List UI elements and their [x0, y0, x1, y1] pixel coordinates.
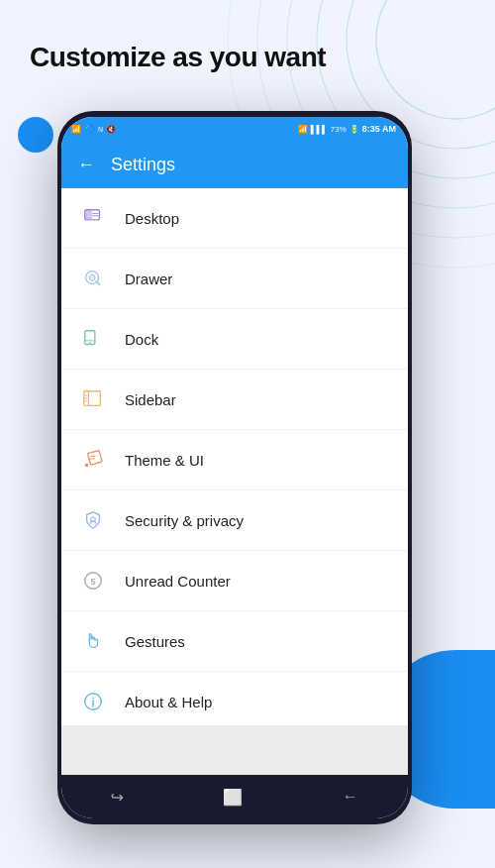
dock-label: Dock	[125, 331, 158, 348]
security-label: Security & privacy	[125, 512, 244, 529]
page-title: Customize as you want	[30, 42, 326, 73]
svg-line-13	[96, 281, 99, 284]
theme-label: Theme & UI	[125, 452, 204, 469]
drawer-icon	[77, 263, 109, 294]
svg-point-16	[89, 342, 91, 344]
sidebar-label: Sidebar	[125, 391, 176, 408]
settings-item-gestures[interactable]: Gestures	[61, 611, 408, 672]
status-wifi: 📶	[298, 125, 308, 134]
svg-point-12	[91, 276, 93, 278]
svg-text:5: 5	[90, 577, 95, 587]
gestures-label: Gestures	[125, 633, 185, 650]
status-battery-pct: 73%	[331, 125, 346, 134]
settings-item-drawer[interactable]: Drawer	[61, 249, 408, 309]
app-bar-title: Settings	[111, 155, 175, 175]
status-signal: ▌▌▌	[311, 125, 328, 134]
drawer-label: Drawer	[125, 271, 172, 287]
unread-label: Unread Counter	[125, 573, 231, 590]
app-bar: ← Settings	[61, 141, 408, 188]
settings-list: Desktop Drawer	[61, 188, 408, 725]
svg-point-31	[92, 697, 94, 699]
svg-rect-7	[86, 211, 92, 219]
svg-point-0	[376, 0, 495, 119]
settings-item-about[interactable]: About & Help	[61, 672, 408, 725]
back-button[interactable]: ←	[77, 155, 95, 175]
decorative-dot	[18, 117, 53, 153]
nav-bar: ↩ ⬜ ←	[61, 775, 408, 818]
status-icon-bt: 🔷	[84, 124, 95, 134]
unread-icon: 5	[77, 565, 109, 597]
about-label: About & Help	[125, 694, 212, 710]
theme-icon	[77, 444, 109, 476]
settings-item-unread[interactable]: 5 Unread Counter	[61, 551, 408, 611]
desktop-label: Desktop	[125, 210, 179, 227]
svg-rect-22	[88, 450, 103, 465]
status-bar: 📶 🔷 N 🔇 📶 ▌▌▌ 73% 🔋 8:35 AM	[61, 117, 408, 141]
gray-spacer	[61, 725, 408, 775]
about-icon	[77, 686, 109, 717]
nav-back-icon[interactable]: ↩	[111, 788, 124, 807]
sidebar-icon	[77, 383, 109, 415]
desktop-icon	[77, 202, 109, 234]
status-icon-nfc: N	[98, 126, 103, 133]
security-icon	[77, 504, 109, 536]
status-left-icons: 📶 🔷 N 🔇	[71, 124, 116, 134]
phone-frame: 📶 🔷 N 🔇 📶 ▌▌▌ 73% 🔋 8:35 AM ← Settings	[57, 111, 412, 824]
gestures-icon	[77, 625, 109, 657]
phone-screen: 📶 🔷 N 🔇 📶 ▌▌▌ 73% 🔋 8:35 AM ← Settings	[61, 117, 408, 818]
nav-recent-icon[interactable]: ←	[343, 788, 358, 806]
svg-point-25	[85, 464, 89, 468]
settings-item-sidebar[interactable]: Sidebar	[61, 370, 408, 430]
settings-item-security[interactable]: Security & privacy	[61, 490, 408, 551]
status-battery: 🔋	[349, 125, 359, 134]
status-time: 8:35 AM	[362, 124, 396, 134]
nav-home-icon[interactable]: ⬜	[223, 788, 243, 807]
settings-item-dock[interactable]: Dock	[61, 309, 408, 370]
status-icon-mute: 🔇	[106, 125, 116, 134]
dock-icon	[77, 323, 109, 355]
settings-item-desktop[interactable]: Desktop	[61, 188, 408, 249]
status-right-area: 📶 ▌▌▌ 73% 🔋 8:35 AM	[298, 124, 396, 134]
settings-item-theme[interactable]: Theme & UI	[61, 430, 408, 490]
status-icon-sd: 📶	[71, 125, 81, 134]
